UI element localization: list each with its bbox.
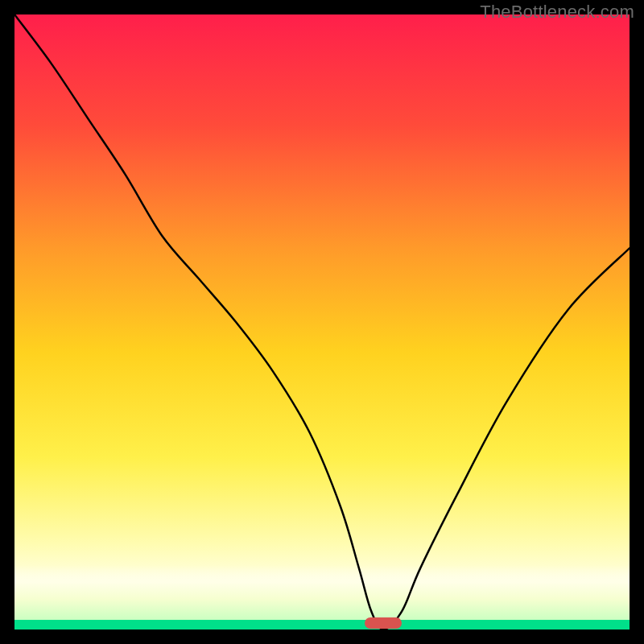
chart-frame: TheBottleneck.com	[0, 0, 644, 644]
optimum-marker	[365, 617, 402, 629]
bottleneck-curve	[14, 14, 630, 630]
plot-area	[14, 14, 630, 630]
watermark-text: TheBottleneck.com	[480, 2, 634, 23]
